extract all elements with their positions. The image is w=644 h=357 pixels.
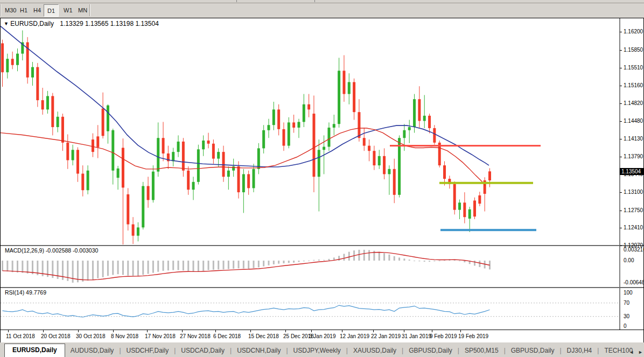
macd-label: MACD(12,26,9) -0.002588 -0.003030 [5,247,98,254]
candle-body [172,152,174,161]
toolbar-separator [314,0,315,2]
candle-body [403,130,405,138]
candle-body [92,139,94,152]
candle-body [1,43,4,72]
candle-body [51,96,54,127]
date-axis-label: 6 Dec 2018 [213,333,241,339]
chart-tab-sp500-m15[interactable]: SP500,M15 [459,345,504,357]
macd-histogram-bar [433,261,435,261]
timeframe-button-h1[interactable]: H1 [17,4,31,16]
candle-body [463,202,466,217]
chart-tab-usdcad-daily[interactable]: USDCAD,Daily [176,345,230,357]
date-tick [404,330,404,332]
chart-tab-dj30-h4[interactable]: DJ30,H4 [562,345,598,357]
candle-body [102,108,104,136]
macd-histogram-bar [213,261,214,270]
date-axis[interactable]: 11 Oct 201820 Oct 201830 Oct 20188 Nov 2… [1,330,643,342]
timeframe-button-mn[interactable]: MN [75,4,90,16]
macd-histogram-bar [218,261,219,269]
macd-histogram-bar [439,261,440,261]
candle-body [318,150,320,177]
date-axis-label: 17 Nov 2018 [145,333,176,339]
chart-tab-usdcnh-daily[interactable]: USDCNH,Daily [232,345,286,357]
macd-histogram-bar [358,250,360,261]
trend-level-support[interactable] [440,229,536,231]
candle-body [72,150,74,160]
macd-histogram-bar [343,254,345,261]
candle-body [363,138,366,145]
tab-scroll-controls: ◄ ► [629,349,643,355]
date-axis-label: 30 Oct 2018 [76,333,105,339]
indicator-axis-label: 30 [624,313,629,319]
indicator-axis-label: -0.006485 [624,279,644,285]
macd-histogram-bar [464,261,465,262]
date-tick [250,330,251,332]
panel-separator-macd[interactable] [1,245,643,246]
macd-histogram-bar [368,250,370,261]
macd-histogram-bar [2,261,3,271]
macd-histogram-bar [398,257,400,261]
macd-histogram-bar [233,261,234,269]
candle-body [383,156,386,174]
macd-histogram-bar [258,261,260,268]
macd-histogram-bar [363,250,365,261]
candle-body [247,174,250,188]
macd-histogram-bar [132,261,134,276]
macd-histogram-bar [117,261,119,274]
macd-histogram-bar [102,261,104,277]
candle-body [348,82,351,94]
macd-histogram-bar [328,259,330,261]
panel-separator-rsi[interactable] [1,287,643,288]
trend-level-resistance[interactable] [390,145,541,146]
macd-histogram-bar [313,260,314,261]
candle-body [117,169,120,178]
candle-body [232,166,235,171]
candle-body [96,136,99,147]
tab-scroll-left-icon[interactable]: ◄ [629,349,634,355]
macd-histogram-bar [228,261,229,269]
chart-tab-audusd-daily[interactable]: AUDUSD,Daily [65,345,120,357]
chart-canvas[interactable] [1,18,643,342]
candle-body [41,100,44,109]
chart-tab-xauusd-daily[interactable]: XAUUSD,Daily [348,345,402,357]
toolbar-separator [0,4,1,16]
candle-body [393,169,396,195]
tab-scroll-right-icon[interactable]: ► [638,349,643,355]
candle-body [342,71,345,94]
macd-histogram-bar [348,252,350,261]
candle-body [147,186,150,200]
chart-tab-gbpusd-daily[interactable]: GBPUSD,Daily [403,345,458,357]
candle-body [253,169,255,188]
macd-histogram-bar [318,260,320,261]
chart-tab-usdchf-daily[interactable]: USDCHF,Daily [121,345,174,357]
macd-histogram-bar [403,258,405,261]
candle-body [413,99,416,127]
macd-histogram-bar [112,261,114,275]
macd-histogram-bar [273,261,275,264]
timeframe-button-h4[interactable]: H4 [30,4,44,16]
macd-histogram-bar [87,261,89,281]
trend-level-minor-support[interactable] [439,182,533,184]
timeframe-button-d1[interactable]: D1 [44,4,59,17]
date-axis-label: 11 Oct 2018 [6,333,35,339]
rsi-label: RSI(14) 49.7769 [5,289,46,296]
macd-histogram-bar [394,256,395,261]
macd-histogram-bar [163,261,164,271]
candle-body [488,171,491,180]
timeframe-button-w1[interactable]: W1 [60,4,76,16]
candle-body [202,141,205,149]
macd-histogram-bar [27,261,29,274]
macd-histogram-bar [6,261,8,271]
date-tick [342,330,342,332]
chart-tab-eurusd-daily[interactable]: EURUSD,Daily [4,344,65,357]
date-axis-label: 20 Oct 2018 [41,333,70,339]
macd-histogram-bar [172,261,174,270]
macd-histogram-bar [148,261,149,274]
date-tick [460,330,461,332]
date-axis-label: 12 Jan 2019 [340,333,369,339]
candle-body [227,171,230,177]
candle-body [76,150,79,173]
chart-tab-gbpusd-daily[interactable]: GBPUSD,Daily [506,345,560,357]
chart-tab-usdjpy-weekly[interactable]: USDJPY,Weekly [288,345,346,357]
indicator-axis-label: 0 [624,323,627,329]
